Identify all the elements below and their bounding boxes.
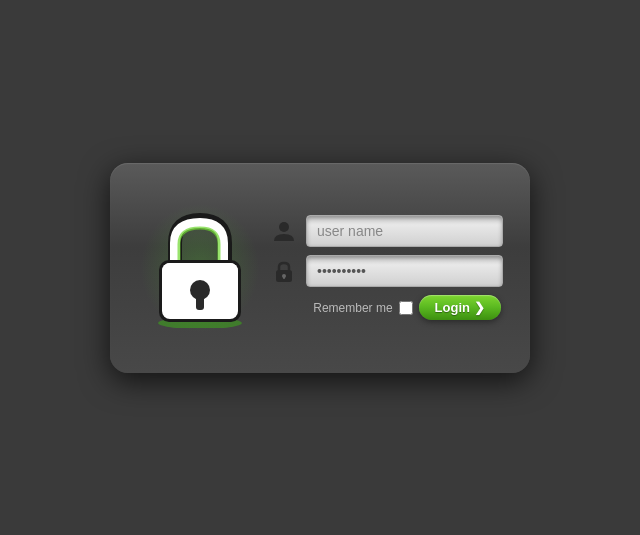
login-button-label: Login [435,300,470,315]
user-silhouette-icon [272,219,296,243]
svg-point-7 [279,222,289,232]
user-icon [270,217,298,245]
lock-icon-container [130,188,270,348]
login-button[interactable]: Login ❯ [419,295,501,320]
form-area: Remember me Login ❯ [270,215,503,320]
arrow-icon: ❯ [474,300,485,315]
password-row [270,255,503,287]
small-lock-icon [272,259,296,283]
remember-login-row: Remember me Login ❯ [270,295,503,320]
svg-rect-6 [165,265,235,277]
padlock-icon [145,208,255,328]
username-row [270,215,503,247]
password-input[interactable] [306,255,503,287]
username-input[interactable] [306,215,503,247]
password-lock-icon [270,257,298,285]
remember-me-label: Remember me [313,301,392,315]
svg-rect-10 [283,276,285,279]
login-card: Remember me Login ❯ [110,163,530,373]
remember-me-checkbox[interactable] [399,301,413,315]
svg-rect-5 [196,296,204,310]
